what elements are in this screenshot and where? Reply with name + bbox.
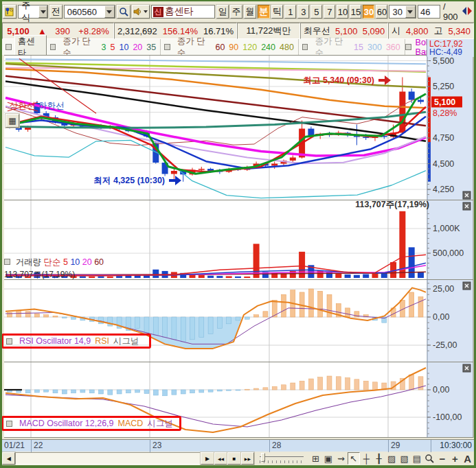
macd-signal-label: 시그널 <box>147 418 173 430</box>
navigate-icon[interactable] <box>461 6 473 18</box>
crosshair-tool-icon[interactable]: ┼ <box>360 452 372 465</box>
bar-total-label: / 900 <box>443 1 460 22</box>
interval-3-button[interactable]: 3 <box>297 5 309 19</box>
period-month-button[interactable]: 월 <box>244 5 256 19</box>
svg-text:25,00: 25,00 <box>433 284 454 294</box>
macd-indicator-label: MACD Oscillator 12,26,9 <box>19 419 114 428</box>
market-select-value: 주식 <box>19 0 38 24</box>
macd-legend-highlight: MACD Oscillator 12,26,9 MACD 시그널 <box>1 416 181 431</box>
period-tick-button[interactable]: 틱 <box>271 5 284 19</box>
interval-dropdown-icon[interactable] <box>405 5 416 18</box>
close-pane-button[interactable] <box>463 364 471 372</box>
rewind-button[interactable]: ◀◀ <box>214 452 227 465</box>
interval-7-button[interactable]: 7 <box>324 5 335 19</box>
time-axis: 01/21 22 23 28 29 10:30:00 <box>2 439 474 452</box>
interval-5-button[interactable]: 5 <box>310 5 322 19</box>
trade-value: 11,722백만 <box>247 25 291 37</box>
legend-ma-group-short[interactable]: 종가 단순 3 5 10 20 35 <box>47 39 161 55</box>
interval-select-value: 30 <box>389 7 405 17</box>
cascade-windows-icon[interactable]: ▣ <box>322 452 335 465</box>
new-window-icon[interactable]: ⊞ <box>309 452 321 465</box>
close-pane-button[interactable] <box>463 282 471 290</box>
stock-name-field[interactable]: 신 홈센타 <box>151 5 216 19</box>
legend-bullet <box>164 44 170 50</box>
stock-name-text: 홈센타 <box>165 5 194 18</box>
date-cell: 28 <box>269 440 388 452</box>
price-change: 390 <box>55 26 70 36</box>
close-pane-button[interactable] <box>463 191 471 199</box>
window-border-left <box>0 0 2 468</box>
legend-bullet <box>405 44 411 50</box>
quote-volume-cell: 2,312,692 156.14% 16.71% <box>114 23 237 39</box>
top-toolbar: 주식 전 060560 신 홈센타 일 주 월 분 틱 1 3 5 7 10 1… <box>2 1 474 23</box>
hatch-tool-icon[interactable]: ▨ <box>385 452 398 465</box>
window-border-bottom <box>0 465 476 468</box>
zoom-out-button[interactable]: − <box>436 452 449 465</box>
svg-text:8,28%: 8,28% <box>433 108 457 118</box>
market-dropdown-icon[interactable] <box>38 5 47 18</box>
chart-canvas[interactable]: 5,5005,2504,7504,5004,2501,000K500,00025… <box>0 55 476 439</box>
scroll-left-button[interactable]: ◀ <box>2 452 15 465</box>
svg-text:4,750: 4,750 <box>433 133 454 143</box>
legend-ma-group-extra[interactable]: 종가 단순 15 300 360 <box>299 39 405 55</box>
trendline-draw-icon[interactable]: ⇝ <box>335 452 347 465</box>
zoom-slider[interactable] <box>260 452 304 465</box>
svg-text:0,00: 0,00 <box>433 385 449 395</box>
rsi-legend-highlight: RSI Oscillator 14,9 RSI 시그널 <box>1 334 151 349</box>
high-price: 5,340 <box>448 26 471 36</box>
high-label: 고 <box>433 25 442 37</box>
chart-scrollbar-track[interactable] <box>15 452 201 465</box>
rsi-line-label: RSI <box>95 336 109 346</box>
interval-60-button[interactable]: 60 <box>376 5 387 19</box>
chart-area[interactable]: 5,5005,2504,7504,5004,2501,000K500,00025… <box>0 55 476 439</box>
scroll-right-button[interactable]: ▶ <box>201 452 214 465</box>
stock-code-combo[interactable]: 060560 <box>64 5 115 19</box>
stock-code-dropdown-icon[interactable] <box>104 5 115 18</box>
interval-10-button[interactable]: 10 <box>337 5 348 19</box>
chart-window: 주식 전 060560 신 홈센타 일 주 월 분 틱 1 3 5 7 10 1… <box>0 0 476 468</box>
interval-1-button[interactable]: 1 <box>284 5 296 19</box>
fast-forward-button[interactable]: ▶▶ <box>241 452 254 465</box>
svg-text:-25,00: -25,00 <box>433 340 457 350</box>
zoom-slider-ticks <box>260 460 304 463</box>
period-minute-button[interactable]: 분 <box>258 5 270 19</box>
sound-alert-button[interactable] <box>132 5 149 19</box>
bar-count-input[interactable]: 46 <box>418 5 440 19</box>
jeon-button[interactable]: 전 <box>49 5 63 19</box>
svg-text:4,250: 4,250 <box>433 185 454 194</box>
period-day-button[interactable]: 일 <box>216 5 229 19</box>
interval-15-button[interactable]: 15 <box>350 5 361 19</box>
legend-bullet <box>6 338 12 344</box>
stop-button[interactable]: ■ <box>227 452 240 465</box>
close-pane-button[interactable] <box>463 202 471 210</box>
legend-ma-group-long[interactable]: 종가 단순 60 90 120 240 480 <box>161 39 299 55</box>
pointer-tool-icon[interactable]: ↖ <box>348 452 361 465</box>
eraser-tool-icon[interactable]: ▧ <box>398 452 410 465</box>
bollinger-lc-hc-readout: LC:17,92 HC:-4,49 <box>427 39 474 57</box>
svg-text:0,00: 0,00 <box>433 312 449 322</box>
svg-text:1,000K: 1,000K <box>433 224 460 233</box>
stock-search-button[interactable] <box>117 5 131 19</box>
svg-text:최고 5,340 (09:30): 최고 5,340 (09:30) <box>303 75 374 85</box>
save-image-icon[interactable]: ▤ <box>411 452 423 465</box>
memo-icon[interactable] <box>3 5 16 19</box>
open-label: 시 <box>392 25 400 37</box>
zoom-in-button[interactable]: + <box>449 452 461 465</box>
market-select[interactable]: 주식 <box>18 5 48 19</box>
period-week-button[interactable]: 주 <box>230 5 242 19</box>
legend-bullet <box>5 44 12 50</box>
interval-30-button[interactable]: 30 <box>363 5 374 19</box>
legend-bullet <box>302 44 308 50</box>
svg-text:최저 4,325 (10:30): 최저 4,325 (10:30) <box>93 176 165 185</box>
text-tool-button[interactable]: A <box>462 452 474 465</box>
magnifier-icon[interactable] <box>423 452 435 465</box>
svg-text:5,250: 5,250 <box>433 82 454 91</box>
price-change-pct: +8.28% <box>78 26 109 36</box>
current-time-label: 10:30:00 <box>431 440 474 452</box>
svg-text:5,500: 5,500 <box>433 56 454 66</box>
volume-ratio: 156.14% <box>163 26 198 36</box>
date-cell: 23 <box>150 440 269 452</box>
grid-tool-button[interactable]: ▦ <box>5 114 19 128</box>
price-line-tool-icon[interactable]: ╂ <box>372 452 385 465</box>
interval-select[interactable]: 30 <box>389 5 416 19</box>
